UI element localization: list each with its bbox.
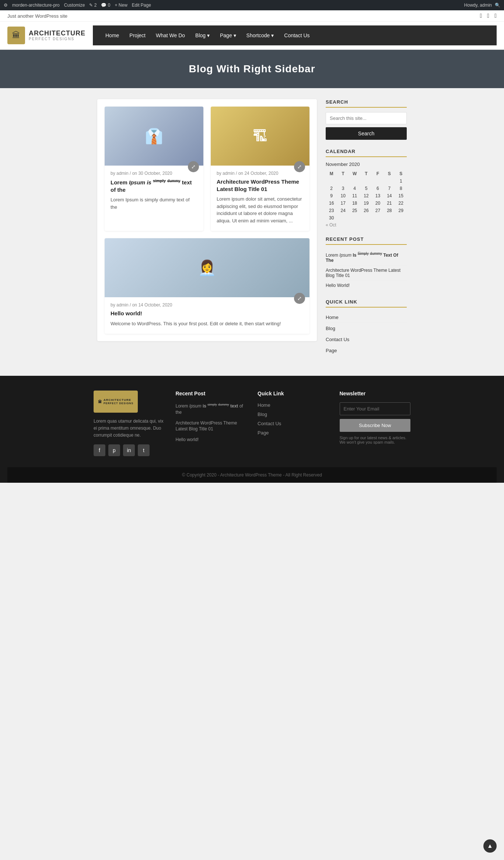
search-input[interactable] [326,112,407,124]
site-admin-link[interactable]: morden-architecture-pro [12,3,60,8]
customize-link[interactable]: Customize [64,3,85,8]
cal-day[interactable]: 3 [337,185,349,192]
search-box: Search [326,112,407,140]
cal-day[interactable]: 14 [384,192,395,200]
post-image-2: 🏗 [211,107,309,166]
search-button[interactable]: Search [326,127,407,140]
twitter-icon[interactable]:  [487,13,489,19]
card-title-2: Architecture WordPress Theme Latest Blog… [217,178,304,193]
edit-page-link[interactable]: Edit Page [132,3,151,8]
cal-day[interactable]: 7 [384,185,395,192]
footer-pinterest-btn[interactable]: p [108,444,120,456]
new-link[interactable]: + New [115,3,127,8]
nav-page[interactable]: Page ▾ [215,25,241,45]
quick-link-home[interactable]: Home [326,312,407,323]
admin-bar: ⚙ morden-architecture-pro Customize ✎ 2 … [0,0,504,10]
admin-bar-right: Howdy, admin 🔍 [464,3,500,8]
cal-day[interactable]: 10 [337,192,349,200]
cal-day [337,214,349,222]
cal-day[interactable]: 19 [360,200,372,207]
share-button-1[interactable]: ⤢ [188,161,199,172]
card-body-3: by admin / on 14 October, 2020 Hello wor… [105,297,309,334]
cal-day[interactable]: 16 [326,200,337,207]
comments-link[interactable]: ✎ 2 [89,3,97,8]
cal-day[interactable]: 22 [395,200,407,207]
footer-recent-post-3: Hello world! [176,437,247,443]
cal-day[interactable]: 27 [372,207,384,214]
cal-day[interactable]: 20 [372,200,384,207]
newsletter-email-input[interactable] [340,402,411,415]
cal-day[interactable]: 12 [360,192,372,200]
footer-description: Lorem quas utamur delicata qui, vix ei p… [94,418,165,439]
cal-day[interactable]: 9 [326,192,337,200]
cal-day[interactable]: 18 [349,200,360,207]
cal-day[interactable]: 26 [360,207,372,214]
cal-day[interactable]: 5 [360,185,372,192]
cal-day [372,214,384,222]
footer-link-blog[interactable]: Blog [258,412,329,417]
cal-day[interactable]: 28 [384,207,395,214]
cal-day [384,177,395,185]
top-bar: Just another WordPress site    [0,10,504,22]
cal-day [372,177,384,185]
recent-post-item-3: Hello World! [326,281,407,290]
footer-link-page[interactable]: Page [258,430,329,436]
blog-card-2: 🏗 ⤢ by admin / on 24 October, 2020 Archi… [211,107,309,231]
calendar-header: November 2020 [326,162,407,167]
comment-count[interactable]: 💬 0 [101,3,110,8]
footer-bottom: © Copyright 2020 - Architecture WordPres… [7,467,497,483]
sidebar-search: SEARCH Search [326,99,407,140]
nav-what-we-do[interactable]: What We Do [151,25,190,45]
footer-linkedin-btn[interactable]: in [123,444,135,456]
cal-day [360,177,372,185]
search-admin-icon[interactable]: 🔍 [495,3,500,8]
nav-blog[interactable]: Blog ▾ [190,25,215,45]
footer-twitter-btn[interactable]: t [138,444,150,456]
cal-day[interactable]: 24 [337,207,349,214]
cal-th-f: F [372,170,384,177]
cal-day[interactable]: 1 [395,177,407,185]
footer-facebook-btn[interactable]: f [94,444,105,456]
logo-area[interactable]: 🏛 ARCHITECTURE PERFECT DESIGNS [7,27,85,44]
copyright-text: © Copyright 2020 - Architecture WordPres… [182,472,322,478]
search-section-title: SEARCH [326,99,407,108]
cal-day[interactable]: 6 [372,185,384,192]
nav-contact[interactable]: Contact Us [279,25,315,45]
share-button-2[interactable]: ⤢ [294,161,305,172]
cal-day[interactable]: 4 [349,185,360,192]
calendar-prev-link[interactable]: « Oct [326,222,336,228]
subscribe-button[interactable]: Subscribe Now [340,419,411,432]
cal-day [384,214,395,222]
sidebar-calendar: CALENDAR November 2020 M T W T F S S [326,149,407,228]
cal-day[interactable]: 21 [384,200,395,207]
cal-day[interactable]: 2 [326,185,337,192]
main-nav: Home Project What We Do Blog ▾ Page ▾ Sh… [93,25,497,45]
cal-th-w: W [349,170,360,177]
nav-home[interactable]: Home [100,25,124,45]
instagram-icon[interactable]:  [494,13,497,19]
howdy-text: Howdy, admin [464,3,492,8]
quick-link-blog[interactable]: Blog [326,323,407,334]
footer-recent-post-col: Recent Post Lorem Ipsum is simply dummy … [176,391,247,456]
quick-link-contact[interactable]: Contact Us [326,334,407,345]
cal-day[interactable]: 17 [337,200,349,207]
cal-day [337,177,349,185]
footer-link-home[interactable]: Home [258,402,329,408]
cal-day[interactable]: 23 [326,207,337,214]
quick-link-page[interactable]: Page [326,345,407,356]
social-icons:    [480,13,497,19]
cal-day[interactable]: 13 [372,192,384,200]
cal-day[interactable]: 29 [395,207,407,214]
share-button-3[interactable]: ⤢ [294,293,305,304]
nav-project[interactable]: Project [124,25,151,45]
nav-shortcode[interactable]: Shortcode ▾ [241,25,279,45]
cal-day[interactable]: 11 [349,192,360,200]
cal-day[interactable]: 15 [395,192,407,200]
cal-day[interactable]: 25 [349,207,360,214]
cal-day[interactable]: 30 [326,214,337,222]
wp-logo-icon[interactable]: ⚙ [4,3,8,8]
tagline: Just another WordPress site [7,13,67,19]
cal-day[interactable]: 8 [395,185,407,192]
facebook-icon[interactable]:  [480,13,482,19]
footer-link-contact[interactable]: Contact Us [258,421,329,426]
